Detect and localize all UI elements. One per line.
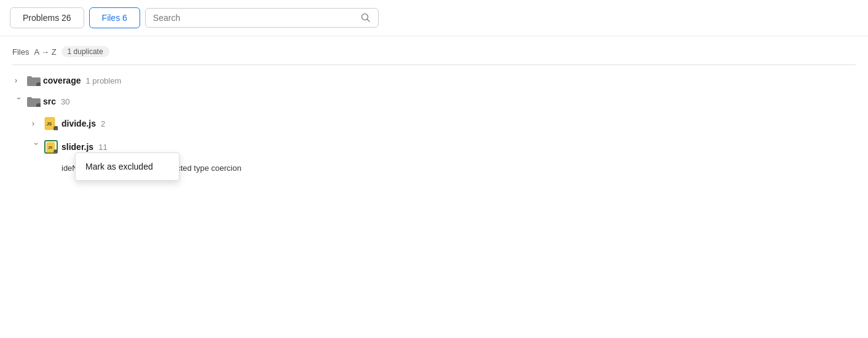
svg-text:↓: ↓ [55, 127, 57, 130]
list-item: › ↓ coverage 1 problem [12, 70, 856, 91]
list-item: › JS ↓ divide.js 2 [12, 112, 856, 135]
file-name: divide.js [61, 119, 96, 128]
file-count: 11 [98, 143, 107, 152]
top-bar: Problems 26 Files 6 [0, 0, 868, 36]
sort-row: Files A → Z 1 duplicate [12, 46, 856, 57]
search-input[interactable] [153, 13, 356, 23]
slider-js-icon[interactable]: JS ↓ [44, 140, 58, 154]
search-box [145, 8, 379, 28]
svg-text:↓: ↓ [38, 104, 40, 107]
chevron-right-icon[interactable]: › [32, 119, 41, 128]
file-tree: › ↓ coverage 1 problem › ↓ [12, 65, 856, 178]
duplicate-badge: 1 duplicate [61, 46, 109, 57]
svg-text:JS: JS [48, 146, 52, 149]
svg-text:↓: ↓ [55, 151, 57, 153]
svg-rect-7 [27, 97, 32, 100]
chevron-down-icon[interactable]: › [15, 97, 23, 106]
folder-count: 1 problem [85, 76, 121, 85]
list-item: › ↓ src 30 [12, 91, 856, 112]
content-area: Files A → Z 1 duplicate › ↓ coverage 1 p… [0, 36, 868, 187]
folder-icon: ↓ [27, 96, 39, 107]
file-name: slider.js [61, 142, 93, 152]
search-icon [361, 13, 371, 23]
svg-text:↓: ↓ [38, 84, 40, 86]
tab-files[interactable]: Files 6 [89, 7, 140, 28]
tab-problems[interactable]: Problems 26 [10, 7, 84, 28]
context-menu: Mark as excluded [75, 152, 180, 181]
folder-count: 30 [61, 97, 69, 106]
folder-name: src [43, 96, 56, 106]
mark-as-excluded-button[interactable]: Mark as excluded [76, 155, 179, 178]
file-count: 2 [101, 119, 105, 128]
svg-rect-3 [27, 76, 32, 79]
sort-direction: A → Z [34, 47, 56, 57]
chevron-right-icon[interactable]: › [15, 76, 23, 85]
sort-label: Files [12, 47, 29, 57]
chevron-down-icon[interactable]: › [32, 143, 41, 151]
slider-js-row: › JS ↓ slider.js 11 Mark as excluded [12, 135, 856, 159]
js-file-icon: JS ↓ [44, 117, 58, 130]
svg-text:JS: JS [47, 122, 52, 126]
folder-name: coverage [43, 76, 81, 85]
folder-icon: ↓ [27, 75, 39, 86]
svg-line-1 [367, 20, 369, 22]
